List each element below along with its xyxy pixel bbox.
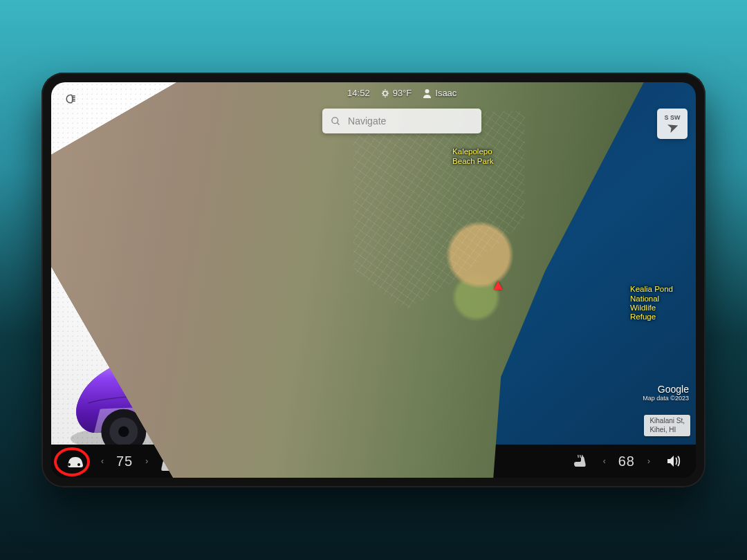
driver-temp-value[interactable]: 75 [116,454,133,469]
map-pane[interactable]: 14:52 93°F Isaac Navigate S SW ➤ Kalepol… [315,82,696,445]
current-location-marker: ▲ [490,276,506,294]
map-attribution: Google Map data ©2023 [643,384,689,402]
profile-icon [423,88,432,98]
passenger-climate: ‹ 68 › [599,452,654,470]
volume-icon [665,454,682,468]
driver-climate: ‹ 75 › [97,452,152,470]
svg-point-9 [425,89,430,93]
sun-icon [381,88,389,98]
search-placeholder: Navigate [348,115,386,127]
headlight-icon[interactable] [59,88,82,110]
svg-point-4 [118,427,129,437]
seat-heat-icon [573,454,588,468]
current-address-chip[interactable]: Kihalani St, Kihei, HI [644,415,690,436]
passenger-temp-value[interactable]: 68 [618,454,635,469]
compass-needle-icon: ➤ [665,120,679,135]
driver-profile-button[interactable]: Isaac [423,88,456,98]
compass-button[interactable]: S SW ➤ [657,109,688,139]
passenger-temp-down[interactable]: ‹ [599,452,610,470]
search-icon [331,116,341,127]
outside-temp[interactable]: 93°F [381,88,412,98]
passenger-seat-heat-button[interactable] [569,450,592,472]
svg-point-10 [332,117,338,123]
car-menu-button[interactable] [61,449,90,473]
volume-button[interactable] [661,450,686,472]
tablet-bezel: 84 mi Frunk Open Trunk Open [42,73,706,487]
svg-point-8 [383,91,387,95]
passenger-temp-up[interactable]: › [643,452,654,470]
driver-temp-down[interactable]: ‹ [97,452,108,470]
satellite-map[interactable] [315,82,696,445]
clock[interactable]: 14:52 [347,88,370,98]
status-bar: 14:52 93°F Isaac [322,88,456,98]
navigate-search-input[interactable]: Navigate [322,109,481,133]
driver-temp-up[interactable]: › [141,452,152,470]
touchscreen: 84 mi Frunk Open Trunk Open [51,82,696,478]
